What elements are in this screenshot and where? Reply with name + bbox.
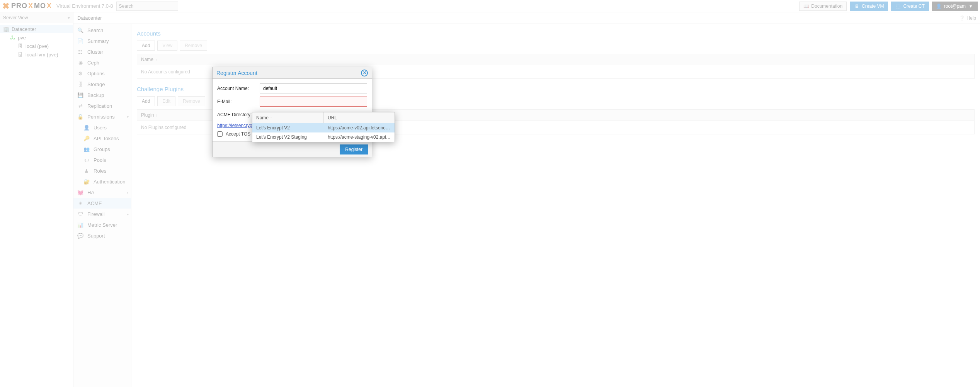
tree-storage-local-lvm[interactable]: 🗄local-lvm (pve) <box>0 50 73 59</box>
nav-users[interactable]: 👤Users <box>73 122 131 133</box>
create-ct-label: Create CT <box>903 3 924 9</box>
account-name-input[interactable] <box>260 83 367 93</box>
modal-title: Register Account <box>216 70 257 76</box>
sort-asc-icon: ↑ <box>155 113 157 117</box>
global-search-input[interactable] <box>116 2 178 11</box>
plugins-remove-button: Remove <box>178 96 205 106</box>
user-menu-button[interactable]: 👤root@pam▾ <box>932 2 978 11</box>
close-icon[interactable]: ✕ <box>361 70 368 76</box>
chart-icon: 📊 <box>77 222 83 228</box>
modal-header[interactable]: Register Account ✕ <box>213 67 372 79</box>
view-label: Server View <box>3 15 28 20</box>
help-button[interactable]: ❔Help <box>959 15 976 21</box>
book-icon: 📖 <box>803 3 809 9</box>
nav-label: HA <box>87 190 94 195</box>
logo: ✖ PROXMOX <box>2 1 52 11</box>
nav-roles[interactable]: ♟Roles <box>73 165 131 176</box>
nav-backup[interactable]: 💾Backup <box>73 90 131 100</box>
nav-label: Summary <box>87 38 109 44</box>
create-ct-button[interactable]: ⬚Create CT <box>891 2 929 11</box>
nav-label: Backup <box>87 92 104 98</box>
nav-label: Cluster <box>87 49 103 55</box>
accounts-add-button[interactable]: Add <box>137 41 155 51</box>
plugins-add-button[interactable]: Add <box>137 96 155 106</box>
nav-support[interactable]: 💬Support <box>73 230 131 241</box>
hdd-icon: 🗄 <box>17 52 23 58</box>
dropdown-cell-name: Let's Encrypt V2 Staging <box>252 134 324 140</box>
logo-text: PRO <box>11 2 27 10</box>
tree-node-pve[interactable]: 🖧pve <box>0 33 73 42</box>
tree-datacenter[interactable]: 🏢Datacenter <box>0 25 73 33</box>
nav-replication[interactable]: ⇄Replication <box>73 100 131 111</box>
col-plugin: Plugin <box>141 112 154 118</box>
accept-tos-checkbox[interactable] <box>217 131 223 137</box>
nav-label: Storage <box>87 81 105 87</box>
help-label: Help <box>966 15 976 21</box>
email-input[interactable] <box>260 97 367 107</box>
col-name: Name <box>141 57 153 62</box>
lock-icon: 🔓 <box>77 114 83 120</box>
person-icon: ♟ <box>83 168 90 174</box>
user-label: root@pam <box>944 3 966 9</box>
certificate-icon: ✴ <box>77 200 83 206</box>
dropdown-cell-url: https://acme-v02.api.letsenc… <box>324 125 395 131</box>
sync-icon: ⇄ <box>77 103 83 109</box>
tree-label: local-lvm (pve) <box>26 52 58 58</box>
documentation-button[interactable]: 📖Documentation <box>799 2 847 11</box>
nav-summary[interactable]: 📄Summary <box>73 36 131 46</box>
nav-pools[interactable]: 🏷Pools <box>73 154 131 165</box>
account-name-label: Account Name: <box>217 86 256 91</box>
dropdown-col-url[interactable]: URL <box>324 115 395 121</box>
view-selector[interactable]: Server View ▾ <box>0 12 73 23</box>
nav-api-tokens[interactable]: 🔑API Tokens <box>73 133 131 144</box>
nav-label: Ceph <box>87 60 99 66</box>
nav-authentication[interactable]: 🔐Authentication <box>73 176 131 187</box>
documentation-label: Documentation <box>811 3 842 9</box>
nav-acme[interactable]: ✴ACME <box>73 198 131 209</box>
nav-permissions[interactable]: 🔓Permissions▾ <box>73 111 131 122</box>
email-label: E-Mail: <box>217 99 256 104</box>
nav-options[interactable]: ⚙Options <box>73 68 131 79</box>
sort-asc-icon: ↑ <box>270 115 272 120</box>
breadcrumb-bar: Datacenter ❔Help <box>73 12 980 24</box>
logo-x-icon: ✖ <box>2 1 10 11</box>
nav-ceph[interactable]: ◉Ceph <box>73 57 131 68</box>
nav-label: Support <box>87 233 105 239</box>
nav-label: Permissions <box>87 114 115 120</box>
book-icon: 📄 <box>77 38 83 44</box>
accounts-table-header[interactable]: Name↑ <box>137 54 975 65</box>
key-icon: 🔐 <box>83 179 90 185</box>
nav-groups[interactable]: 👥Groups <box>73 144 131 154</box>
server-icon: 🖧 <box>9 35 15 41</box>
nav-ha[interactable]: 💓HA▸ <box>73 187 131 198</box>
desktop-icon: 🖥 <box>854 3 859 9</box>
tos-link[interactable]: https://letsencrypt. <box>217 123 255 128</box>
dropdown-col-name[interactable]: Name↑ <box>252 112 324 123</box>
plugins-edit-button: Edit <box>157 96 175 106</box>
nav-label: Users <box>94 125 107 131</box>
logo-text: X <box>47 2 52 10</box>
nav-storage[interactable]: 🗄Storage <box>73 79 131 90</box>
building-icon: 🏢 <box>3 26 9 32</box>
nav-search[interactable]: 🔍Search <box>73 25 131 36</box>
register-button[interactable]: Register <box>340 144 368 154</box>
dropdown-row[interactable]: Let's Encrypt V2 https://acme-v02.api.le… <box>252 123 395 132</box>
tree-storage-local[interactable]: 🗄local (pve) <box>0 42 73 50</box>
nav-metric-server[interactable]: 📊Metric Server <box>73 219 131 230</box>
dropdown-row[interactable]: Let's Encrypt V2 Staging https://acme-st… <box>252 132 395 142</box>
nav-label: Metric Server <box>87 222 117 228</box>
logo-text: X <box>28 2 33 10</box>
acme-directory-label: ACME Directory: <box>217 112 256 117</box>
tree-label: Datacenter <box>12 26 36 32</box>
tree-label: pve <box>18 35 26 41</box>
nav-label: Groups <box>94 146 110 152</box>
chevron-down-icon: ▾ <box>968 3 973 9</box>
col-label: Name <box>256 115 269 121</box>
nav-cluster[interactable]: ☷Cluster <box>73 46 131 57</box>
nav-firewall[interactable]: 🛡Firewall▸ <box>73 209 131 219</box>
nav-label: Search <box>87 27 103 33</box>
create-vm-button[interactable]: 🖥Create VM <box>850 2 888 11</box>
nav-label: API Tokens <box>94 136 119 141</box>
gear-icon: ⚙ <box>77 71 83 76</box>
heartbeat-icon: 💓 <box>77 190 83 195</box>
